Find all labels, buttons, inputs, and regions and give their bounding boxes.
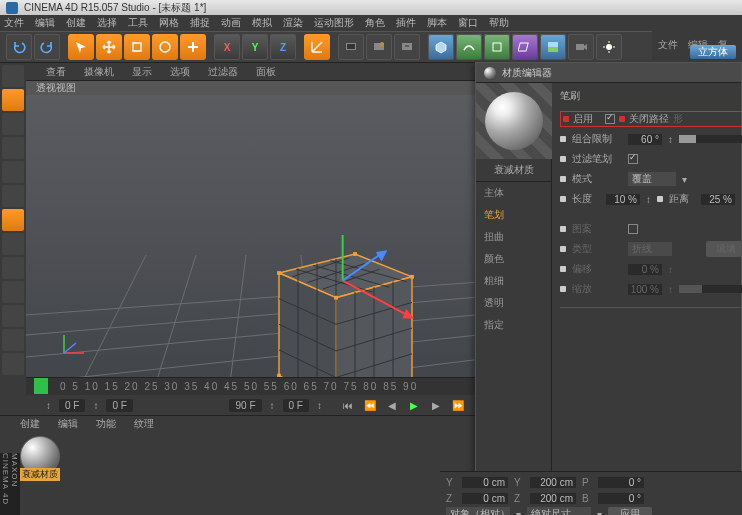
length-field[interactable]: 10 % (606, 194, 640, 205)
vp-view[interactable]: 查看 (46, 65, 66, 79)
vp-filter[interactable]: 过滤器 (208, 65, 238, 79)
rot-b-field[interactable]: 0 ° (598, 493, 644, 504)
last-tool[interactable] (180, 34, 206, 60)
uv-mode-button[interactable] (2, 137, 24, 159)
material-name-label[interactable]: 衰减材质 (20, 468, 60, 481)
channel-thickness[interactable]: 粗细 (476, 270, 551, 292)
primitive-cube-indicator[interactable]: 立方体 (690, 45, 736, 59)
mat-texture[interactable]: 纹理 (134, 417, 154, 431)
axis-x-toggle[interactable]: X (214, 34, 240, 60)
mat-create[interactable]: 创建 (20, 417, 40, 431)
deformer-button[interactable] (512, 34, 538, 60)
mode-select[interactable]: 覆盖 (628, 172, 676, 186)
workplane-button[interactable] (2, 305, 24, 327)
dropdown-icon[interactable]: ▾ (597, 509, 602, 516)
material-editor-titlebar[interactable]: 材质编辑器 (476, 63, 741, 83)
menu-file[interactable]: 文件 (4, 16, 24, 30)
axis-z-toggle[interactable]: Z (270, 34, 296, 60)
om-file[interactable]: 文件 (658, 38, 678, 52)
channel-stroke[interactable]: 笔划 (476, 204, 551, 226)
quantize-button[interactable] (2, 329, 24, 351)
size-y-field[interactable]: 200 cm (530, 477, 576, 488)
step-frame-field[interactable]: 0 F (283, 399, 309, 412)
channel-body[interactable]: 主体 (476, 182, 551, 204)
tweak-mode-button[interactable] (2, 257, 24, 279)
vp-camera[interactable]: 摄像机 (84, 65, 114, 79)
prev-frame-button[interactable]: ◀ (384, 398, 400, 412)
channel-distort[interactable]: 扭曲 (476, 226, 551, 248)
render-settings-button[interactable] (394, 34, 420, 60)
render-view-button[interactable] (338, 34, 364, 60)
menu-mograph[interactable]: 运动图形 (314, 16, 354, 30)
camera-button[interactable] (568, 34, 594, 60)
coordinate-system-button[interactable] (304, 34, 330, 60)
menu-create[interactable]: 创建 (66, 16, 86, 30)
menu-simulate[interactable]: 模拟 (252, 16, 272, 30)
apply-button[interactable]: 应用 (608, 507, 652, 515)
go-start-button[interactable]: ⏮ (340, 398, 356, 412)
start-frame-field[interactable]: 0 F (106, 399, 132, 412)
rot-p-field[interactable]: 0 ° (598, 477, 644, 488)
menu-character[interactable]: 角色 (365, 16, 385, 30)
end-frame-field[interactable]: 90 F (229, 399, 261, 412)
mat-edit[interactable]: 编辑 (58, 417, 78, 431)
pos-z-field[interactable]: 0 cm (462, 493, 508, 504)
redo-button[interactable] (34, 34, 60, 60)
polygon-mode-button[interactable] (2, 209, 24, 231)
move-tool[interactable] (96, 34, 122, 60)
vp-options[interactable]: 选项 (170, 65, 190, 79)
menu-script[interactable]: 脚本 (427, 16, 447, 30)
enable-checkbox[interactable] (605, 114, 615, 124)
menu-edit[interactable]: 编辑 (35, 16, 55, 30)
generator-button[interactable] (484, 34, 510, 60)
menu-render[interactable]: 渲染 (283, 16, 303, 30)
size-mode-select[interactable]: 绝对尺寸 (527, 507, 591, 515)
distance-field[interactable]: 25 % (701, 194, 735, 205)
make-editable-button[interactable] (2, 65, 24, 87)
model-mode-button[interactable] (2, 89, 24, 111)
dropdown-icon[interactable]: ▾ (516, 509, 521, 516)
pattern-checkbox[interactable] (628, 224, 638, 234)
texture-mode-button[interactable] (2, 113, 24, 135)
locked-workplane-button[interactable] (2, 353, 24, 375)
snap-toggle-button[interactable] (2, 281, 24, 303)
menu-select[interactable]: 选择 (97, 16, 117, 30)
menu-mesh[interactable]: 网格 (159, 16, 179, 30)
next-key-button[interactable]: ⏩ (450, 398, 466, 412)
mat-function[interactable]: 功能 (96, 417, 116, 431)
axis-y-toggle[interactable]: Y (242, 34, 268, 60)
spline-button[interactable] (456, 34, 482, 60)
vp-display[interactable]: 显示 (132, 65, 152, 79)
channel-assign[interactable]: 指定 (476, 314, 551, 336)
cube-object[interactable] (246, 235, 426, 377)
current-frame-field[interactable]: 0 F (59, 399, 85, 412)
material-preview[interactable] (476, 83, 552, 159)
step-frame-spinner-icon[interactable]: ↕ (317, 400, 322, 411)
menu-plugins[interactable]: 插件 (396, 16, 416, 30)
axis-mode-button[interactable] (2, 233, 24, 255)
menu-snap[interactable]: 捕捉 (190, 16, 210, 30)
merge-limit-spinner-icon[interactable]: ↕ (668, 134, 673, 145)
channel-color[interactable]: 颜色 (476, 248, 551, 270)
vp-panel[interactable]: 面板 (256, 65, 276, 79)
scale-tool[interactable] (124, 34, 150, 60)
filter-stroke-checkbox[interactable] (628, 154, 638, 164)
render-pv-button[interactable] (366, 34, 392, 60)
environment-button[interactable] (540, 34, 566, 60)
menu-window[interactable]: 窗口 (458, 16, 478, 30)
rotate-tool[interactable] (152, 34, 178, 60)
next-frame-button[interactable]: ▶ (428, 398, 444, 412)
material-editor-window[interactable]: 材质编辑器 衰减材质 主体 笔划 扭曲 颜色 粗细 透明 指定 笔刷 启用 关 (475, 62, 742, 515)
length-spinner-icon[interactable]: ↕ (646, 194, 651, 205)
primitive-button[interactable] (428, 34, 454, 60)
select-tool[interactable] (68, 34, 94, 60)
edge-mode-button[interactable] (2, 185, 24, 207)
coord-mode-select[interactable]: 对象（相对） (446, 507, 510, 515)
material-preview-name[interactable]: 衰减材质 (476, 159, 551, 182)
pos-y-field[interactable]: 0 cm (462, 477, 508, 488)
prev-key-button[interactable]: ⏪ (362, 398, 378, 412)
merge-limit-slider[interactable] (679, 135, 742, 143)
light-button[interactable] (596, 34, 622, 60)
size-z-field[interactable]: 200 cm (530, 493, 576, 504)
menu-tools[interactable]: 工具 (128, 16, 148, 30)
